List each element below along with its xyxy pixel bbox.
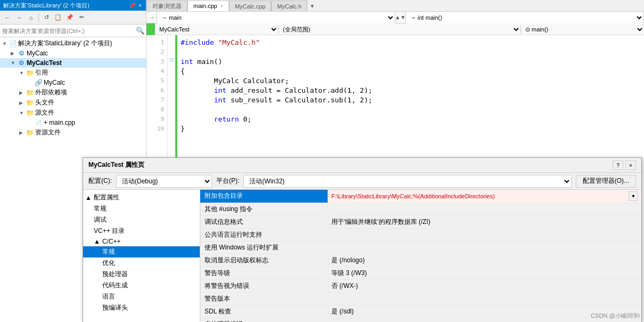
prop-tree-optimize[interactable]: 优化 [83, 257, 200, 269]
prop-tree-cpp-general[interactable]: 常规 [83, 246, 200, 257]
nav-bar-1: → → main ▲▼ → int main() [146, 12, 644, 23]
gutter-2 [168, 45, 175, 54]
scope-dropdown[interactable]: (全局范围) [279, 23, 520, 35]
prop-value-include-dirs-dropdown[interactable]: ▼ [629, 191, 638, 201]
prop-tree-codegen[interactable]: 代码生成 [83, 280, 200, 291]
properties-dialog: MyCalcTest 属性页 ? × 配置(C): 活动(Debug) 平台(P… [83, 157, 642, 322]
prop-name-warn-level: 警告等级 [200, 267, 328, 279]
nav-next-button[interactable]: ▲▼ [395, 12, 406, 23]
code-line-5: MyCalc Calculator; [181, 76, 641, 85]
prop-tree-cpp[interactable]: ▲ C/C++ [83, 237, 200, 246]
prop-value-using [328, 203, 641, 215]
search-input[interactable] [0, 28, 134, 34]
tree-item-mycalc-ref[interactable]: 🔗 MyCalc [0, 78, 146, 87]
line-num-9: 9 [146, 114, 167, 124]
prop-tree-lang[interactable]: 语言 [83, 291, 200, 302]
line-num-1: 1 [146, 37, 167, 47]
dialog-title: MyCalcTest 属性页 [88, 160, 610, 170]
home-button[interactable]: ⌂ [26, 12, 36, 23]
property-tree: ▲ 配置属性 常规 调试 VC++ 目录 ▲ [83, 190, 200, 322]
dialog-help-button[interactable]: ? [613, 160, 623, 170]
prop-row-debug-format: 调试信息格式 用于'编辑并继续'的程序数据库 (/ZI) [200, 216, 641, 229]
props-button[interactable]: 📌 [64, 12, 75, 23]
tree-item-mycalctest[interactable]: ▼ ⚙ MyCalcTest [0, 58, 146, 68]
refresh-button[interactable]: ↺ [41, 12, 52, 23]
tab-overflow-button[interactable]: ▼ [307, 1, 317, 11]
tree-item-resources[interactable]: ▶ 📁 资源文件 [0, 127, 146, 138]
headers-arrow: ▶ [19, 100, 26, 106]
tree-item-ext-deps[interactable]: ▶ 📁 外部依赖项 [0, 87, 146, 98]
panel-close-button[interactable]: × [137, 3, 143, 9]
tree-item-source[interactable]: ▼ 📁 源文件 [0, 108, 146, 118]
config-dropdown[interactable]: 活动(Debug) [116, 175, 212, 188]
config-manager-button[interactable]: 配置管理器(O)... [576, 175, 636, 188]
prop-tree-general[interactable]: 常规 [83, 203, 200, 214]
prop-value-include-dirs: F:\Library\StaticLibrary\MyCalc;%(Additi… [328, 190, 641, 203]
prop-value-debug-format: 用于'编辑并继续'的程序数据库 (/ZI) [328, 216, 641, 228]
prop-tree-pch[interactable]: 预编译头 [83, 302, 200, 313]
headers-icon: 📁 [26, 99, 34, 107]
tab-object-browser[interactable]: 对象浏览器 [146, 1, 188, 11]
tab-mycalch-label: MyCalc.h [277, 3, 301, 10]
dialog-close-button[interactable]: × [625, 160, 636, 170]
pch-label: 预编译头 [102, 303, 128, 312]
platform-dropdown[interactable]: 活动(Win32) [243, 175, 571, 188]
nav-function-dropdown[interactable]: → int main() [406, 12, 644, 23]
prop-tree-debug[interactable]: 调试 [83, 214, 200, 226]
back-button[interactable]: ← [2, 12, 13, 23]
line-num-7: 7 [146, 95, 167, 104]
tab-maincpp-close[interactable]: × [221, 3, 223, 9]
filter-button[interactable]: ✏ [76, 12, 87, 23]
prop-tree-vcpp[interactable]: VC++ 目录 [83, 226, 200, 237]
tree-item-maincpp[interactable]: 📄 + main.cpp [0, 118, 146, 127]
general-label: 常规 [94, 204, 107, 213]
tab-mycalch[interactable]: MyCalc.h [271, 1, 307, 11]
tree-item-references[interactable]: ▼ 📁 引用 [0, 68, 146, 78]
pin-button[interactable]: 📌 [128, 3, 136, 9]
forward-button[interactable]: → [14, 12, 25, 23]
tab-mycalccpp[interactable]: MyCalc.cpp [229, 1, 271, 11]
source-label: 源文件 [35, 108, 54, 117]
prop-tree-preprocessor[interactable]: 预处理器 [83, 269, 200, 280]
prop-value-nologo: 是 (/nologo) [328, 254, 641, 267]
tab-maincpp-label: main.cpp [193, 3, 217, 9]
code-line-3: int main() [181, 57, 641, 66]
resources-label: 资源文件 [35, 128, 61, 137]
tab-maincpp[interactable]: main.cpp × [188, 1, 229, 11]
nav-bar-2: MyCalcTest (全局范围) ⊙ main() [146, 23, 644, 35]
prop-row-winrt: 使用 Windows 运行时扩展 [200, 241, 641, 254]
nav-scope-dropdown[interactable]: → main [157, 12, 395, 23]
maincpp-label: + main.cpp [44, 119, 75, 126]
prop-row-using: 其他 #using 指令 [200, 203, 641, 216]
tree-item-solution[interactable]: ▼ 📄 解决方案'StaticLibrary' (2 个项目) [0, 38, 146, 49]
ext-deps-icon: 📁 [26, 88, 34, 97]
expand-arrow: ▼ [2, 41, 9, 46]
code-line-1: #include "MyCalc.h" [181, 37, 641, 47]
prop-row-warn-ver: 警告版本 [200, 293, 641, 305]
dialog-body: ▲ 配置属性 常规 调试 VC++ 目录 ▲ [83, 190, 641, 322]
gutter-8 [168, 102, 175, 112]
search-button[interactable]: 🔍 [134, 25, 146, 37]
tab-mycalccpp-label: MyCalc.cpp [235, 3, 265, 10]
project-dropdown[interactable]: MyCalcTest [155, 23, 278, 35]
prop-value-warn-level: 等级 3 (/W3) [328, 267, 641, 279]
prop-value-clr [328, 229, 641, 241]
watermark: CSDN @小喻同学i [591, 312, 640, 320]
collapse-button[interactable]: 📋 [53, 12, 63, 23]
references-label: 引用 [35, 68, 48, 77]
tree-item-mycalc[interactable]: ▶ ⚙ MyCalc [0, 49, 146, 58]
nav-prev-button[interactable]: → [146, 12, 157, 23]
gutter-3: □ [168, 54, 175, 64]
mycalctest-label: MyCalcTest [27, 59, 62, 67]
prop-tree-config[interactable]: ▲ 配置属性 [83, 192, 200, 203]
prop-row-clr: 公共语言运行时支持 [200, 229, 641, 241]
tab-bar: 对象浏览器 main.cpp × MyCalc.cpp MyCalc.h ▼ [146, 0, 644, 12]
line-num-4: 4 [146, 66, 167, 76]
solution-label: 解决方案'StaticLibrary' (2 个项目) [18, 39, 112, 48]
func-dropdown[interactable]: ⊙ main() [521, 23, 644, 35]
tree-item-headers[interactable]: ▶ 📁 头文件 [0, 98, 146, 108]
source-arrow: ▼ [19, 110, 26, 116]
mycalc-ref-icon: 🔗 [34, 78, 43, 87]
lang-label: 语言 [102, 292, 115, 301]
gutter-5 [168, 74, 175, 83]
